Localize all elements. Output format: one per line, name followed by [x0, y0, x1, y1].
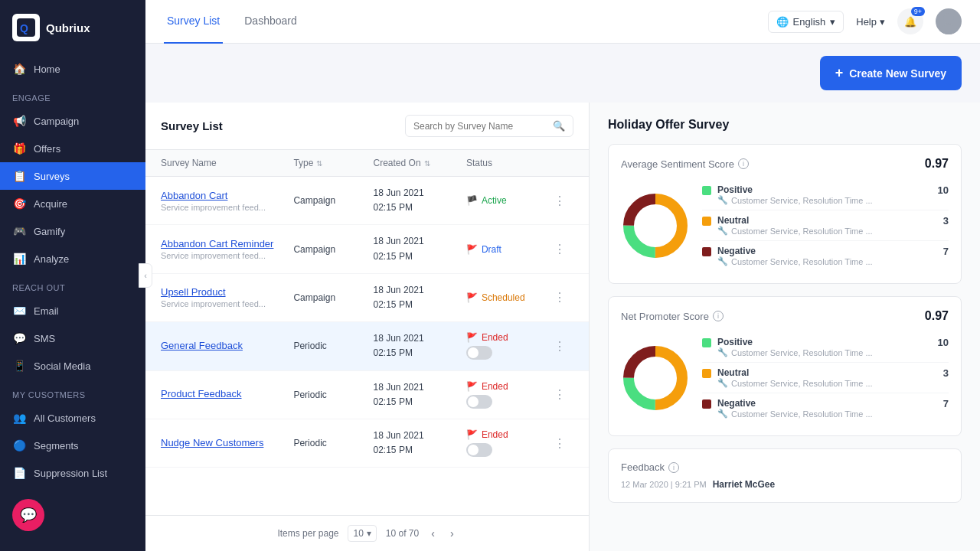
page-count: 10 of 70: [386, 528, 419, 539]
table-row[interactable]: General Feedback Periodic 18 Jun 202102:…: [145, 322, 589, 370]
positive-count: 10: [938, 184, 949, 196]
sidebar-item-gamify[interactable]: 🎮 Gamify: [0, 217, 145, 245]
sidebar-item-campaign[interactable]: 📢 Campaign: [0, 107, 145, 135]
sidebar-item-offers[interactable]: 🎁 Offers: [0, 135, 145, 162]
avg-sentiment-section: Average Sentiment Score i 0.97: [608, 144, 962, 284]
table-row[interactable]: Abbandon Cart Reminder Service improveme…: [145, 225, 589, 273]
sidebar-item-acquire[interactable]: 🎯 Acquire: [0, 190, 145, 217]
survey-name: Nudge New Customers: [161, 437, 293, 448]
survey-name: Product Feedback: [161, 388, 293, 399]
survey-date: 18 Jun 202102:15 PM: [374, 234, 466, 263]
sidebar-item-segments[interactable]: 🔵 Segments: [0, 432, 145, 459]
collapse-sidebar-button[interactable]: ‹: [145, 263, 152, 288]
svg-text:Q: Q: [20, 22, 28, 34]
sidebar-item-campaign-label: Campaign: [34, 116, 79, 127]
sidebar-item-analyze[interactable]: 📊 Analyze: [0, 245, 145, 272]
row-more-button[interactable]: ⋮: [546, 290, 573, 305]
search-input[interactable]: [413, 121, 547, 132]
nps-negative-dot: [702, 399, 711, 409]
version-label: V - 1.5.2: [0, 543, 145, 551]
create-survey-button[interactable]: + Create New Survey: [820, 56, 962, 90]
sidebar-item-sms[interactable]: 💬 SMS: [0, 324, 145, 352]
col-actions: [546, 158, 573, 168]
wrench-icon: 🔧: [717, 195, 728, 205]
table-row[interactable]: Nudge New Customers Periodic 18 Jun 2021…: [145, 419, 589, 468]
wrench-icon: 🔧: [717, 256, 728, 266]
nps-positive-sub: 🔧 Customer Service, Resolution Time ...: [717, 347, 873, 357]
topnav-right: 🌐 English ▾ Help ▾ 🔔 9+: [768, 8, 962, 34]
email-icon: ✉️: [12, 304, 26, 318]
survey-toggle[interactable]: [466, 395, 492, 409]
negative-dot: [702, 247, 711, 256]
globe-icon: 🌐: [776, 16, 789, 28]
sidebar-item-social-media[interactable]: 📱 Social Media: [0, 352, 145, 380]
nps-neutral-dot: [702, 369, 711, 378]
table-row[interactable]: Product Feedback Periodic 18 Jun 202102:…: [145, 371, 589, 419]
status-badge: 🏴 Active: [466, 195, 546, 206]
row-more-button[interactable]: ⋮: [546, 194, 573, 208]
prev-page-button[interactable]: ‹: [428, 526, 438, 541]
user-avatar[interactable]: [936, 8, 962, 34]
survey-toggle[interactable]: [466, 346, 492, 360]
sidebar-item-surveys[interactable]: 📋 Surveys: [0, 162, 145, 190]
nps-item-neutral: Neutral 🔧 Customer Service, Resolution T…: [702, 363, 949, 393]
survey-sub: Service improvement feed...: [161, 203, 293, 212]
offers-icon: 🎁: [12, 142, 26, 155]
surveys-icon: 📋: [12, 169, 26, 183]
notification-badge: 9+: [911, 7, 925, 16]
survey-date: 18 Jun 202102:15 PM: [374, 429, 466, 458]
search-box[interactable]: 🔍: [405, 115, 573, 137]
survey-name: Abbandon Cart: [161, 190, 293, 201]
donut-chart-1: [621, 191, 690, 260]
items-per-page-select[interactable]: 10 ▾: [348, 525, 376, 542]
notifications-button[interactable]: 🔔 9+: [897, 8, 923, 34]
chat-button[interactable]: 💬: [12, 499, 44, 531]
gamify-icon: 🎮: [12, 224, 26, 238]
sidebar-item-email-label: Email: [34, 305, 59, 317]
pagination: Items per page 10 ▾ 10 of 70 ‹ ›: [145, 515, 589, 551]
status-badge: 🚩 Ended: [466, 429, 546, 440]
table-row[interactable]: Abbandon Cart Service improvement feed..…: [145, 177, 589, 225]
positive-label: Positive: [717, 184, 873, 195]
table-row[interactable]: Upsell Product Service improvement feed.…: [145, 274, 589, 322]
next-page-button[interactable]: ›: [447, 526, 457, 541]
survey-name: Abbandon Cart Reminder: [161, 238, 293, 249]
sidebar-item-acquire-label: Acquire: [34, 198, 67, 210]
sidebar-item-all-customers[interactable]: 👥 All Customers: [0, 404, 145, 432]
row-more-button[interactable]: ⋮: [546, 339, 573, 354]
sidebar-item-email[interactable]: ✉️ Email: [0, 297, 145, 324]
sidebar-item-segments-label: Segments: [34, 440, 79, 452]
survey-type: Periodic: [293, 341, 373, 351]
tab-survey-list[interactable]: Survey List: [164, 0, 223, 44]
home-icon: 🏠: [12, 62, 26, 76]
score-item-neutral: Neutral 🔧 Customer Service, Resolution T…: [702, 210, 949, 241]
tab-dashboard[interactable]: Dashboard: [241, 0, 300, 44]
help-button[interactable]: Help ▾: [856, 16, 885, 28]
language-selector[interactable]: 🌐 English ▾: [768, 11, 844, 33]
campaign-icon: 📢: [12, 114, 26, 128]
logo-text: Qubriux: [46, 21, 90, 34]
flag-icon: 🚩: [466, 429, 478, 440]
negative-sub: 🔧 Customer Service, Resolution Time ...: [717, 256, 873, 266]
sidebar-item-suppression-list[interactable]: 📄 Suppression List: [0, 459, 145, 487]
sidebar-item-all-customers-label: All Customers: [34, 412, 96, 424]
sort-created-icon[interactable]: ⇅: [424, 159, 430, 168]
create-survey-label: Create New Survey: [849, 67, 946, 80]
row-more-button[interactable]: ⋮: [546, 242, 573, 256]
sort-type-icon[interactable]: ⇅: [316, 159, 322, 168]
neutral-dot: [702, 217, 711, 226]
survey-name: Upsell Product: [161, 286, 293, 298]
sidebar-item-offers-label: Offers: [34, 143, 60, 155]
sidebar-item-home[interactable]: 🏠 Home: [0, 55, 145, 83]
items-per-page-label: Items per page: [277, 528, 338, 539]
wrench-icon-nps3: 🔧: [717, 409, 728, 419]
col-type: Type ⇅: [293, 158, 373, 168]
row-more-button[interactable]: ⋮: [546, 436, 573, 451]
status-badge: 🚩 Scheduled: [466, 292, 546, 303]
negative-count: 7: [943, 246, 949, 257]
row-more-button[interactable]: ⋮: [546, 387, 573, 402]
sidebar-item-gamify-label: Gamify: [34, 226, 65, 237]
neutral-label: Neutral: [717, 215, 873, 226]
survey-toggle[interactable]: [466, 443, 492, 457]
svg-point-3: [939, 24, 958, 34]
